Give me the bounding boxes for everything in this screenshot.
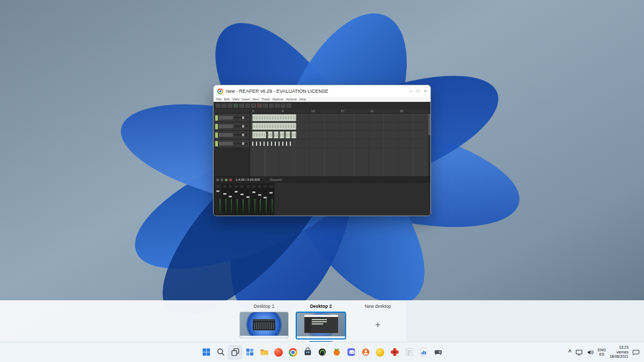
network-icon[interactable] <box>575 349 583 356</box>
mixer-strip-9[interactable] <box>262 184 268 215</box>
timeline-ruler[interactable]: 5913172125 <box>250 109 430 114</box>
menu-item-view[interactable]: View <box>232 98 239 101</box>
fl-studio-app-button[interactable] <box>330 345 343 359</box>
flower-app-button[interactable] <box>387 345 401 359</box>
toolbar-button-8[interactable] <box>257 104 262 108</box>
menu-item-file[interactable]: File <box>216 98 222 101</box>
browser-app-button[interactable] <box>272 345 286 359</box>
track-volume-fader[interactable] <box>234 143 248 144</box>
media-item[interactable] <box>286 131 290 138</box>
track-lane-4[interactable] <box>250 139 428 148</box>
tray-chevron-icon[interactable]: ^ <box>568 350 572 355</box>
mixer-strip-8[interactable] <box>257 184 262 215</box>
track-name[interactable] <box>219 142 233 145</box>
track-lane-1[interactable] <box>250 114 428 122</box>
track-volume-fader[interactable] <box>234 125 248 127</box>
track-row-3[interactable] <box>214 131 250 139</box>
store-app-button[interactable] <box>301 345 314 359</box>
desktop-1-group[interactable]: Desktop 1 <box>238 304 290 338</box>
track-name[interactable] <box>219 116 233 120</box>
media-item[interactable] <box>274 131 279 138</box>
file-explorer-button[interactable] <box>257 345 271 359</box>
track-volume-fader[interactable] <box>234 117 248 119</box>
new-desktop-label[interactable]: New desktop <box>364 304 391 309</box>
track-name[interactable] <box>219 124 233 128</box>
notifications-icon[interactable] <box>632 349 640 356</box>
toolbar-button-9[interactable] <box>263 104 268 108</box>
contacts-app-button[interactable] <box>358 345 372 359</box>
track-row-2[interactable] <box>214 122 250 131</box>
search-button[interactable] <box>214 345 228 359</box>
menu-item-edit[interactable]: Edit <box>224 98 230 101</box>
clock[interactable]: 13:23 viernes 18/06/2021 <box>610 345 628 359</box>
play-button[interactable] <box>225 179 228 181</box>
reaper-titlebar[interactable]: new - REAPER v6.29 - EVALUATION LICENSE … <box>214 85 430 97</box>
track-lane-2[interactable] <box>250 122 428 131</box>
media-item[interactable] <box>280 131 284 138</box>
reaper-app-button[interactable] <box>315 345 329 359</box>
toolbar-button-7[interactable] <box>251 104 256 108</box>
widgets-button[interactable] <box>243 345 257 359</box>
media-item[interactable] <box>252 131 266 138</box>
menu-item-actions[interactable]: Actions <box>286 98 297 101</box>
rewind-button[interactable] <box>216 179 219 181</box>
toolbar-button-6[interactable] <box>245 104 250 108</box>
chrome-app-button[interactable] <box>286 345 300 359</box>
start-button[interactable] <box>199 345 213 359</box>
mixer-strip-3[interactable] <box>228 184 233 215</box>
close-button[interactable]: × <box>424 89 427 93</box>
notepad-app-button[interactable] <box>402 345 416 359</box>
mixer-strip-10[interactable] <box>268 184 274 215</box>
menu-item-help[interactable]: Help <box>299 98 306 101</box>
mixer-strip-7[interactable] <box>251 184 257 215</box>
toolbar-button-3[interactable] <box>228 104 232 108</box>
toolbar-button-5[interactable] <box>239 104 244 108</box>
vertical-scrollbar[interactable] <box>428 114 430 176</box>
projector-app-button[interactable] <box>431 345 445 359</box>
track-row-1[interactable] <box>214 114 250 122</box>
menu-item-insert[interactable]: Insert <box>242 98 250 101</box>
desktop-2-group[interactable]: Desktop 2 <box>295 304 347 343</box>
new-desktop-group[interactable]: New desktop + <box>352 304 404 338</box>
maximize-button[interactable]: □ <box>416 89 419 93</box>
chart-app-button[interactable] <box>416 345 430 359</box>
toolbar-button-2[interactable] <box>222 104 226 108</box>
stop-button[interactable] <box>221 179 223 181</box>
mixer-strip-4[interactable] <box>233 184 239 215</box>
new-desktop-button[interactable]: + <box>353 312 402 338</box>
media-item[interactable] <box>252 114 296 121</box>
mixer-strip-2[interactable] <box>222 184 228 215</box>
aimp-app-button[interactable] <box>373 345 387 359</box>
track-name[interactable] <box>219 133 233 137</box>
volume-icon[interactable] <box>587 349 594 356</box>
minimize-button[interactable]: – <box>409 89 412 93</box>
reaper-window[interactable]: new - REAPER v6.29 - EVALUATION LICENSE … <box>213 85 431 216</box>
menu-item-options[interactable]: Options <box>272 98 283 101</box>
discord-app-button[interactable] <box>344 345 358 359</box>
toolbar-button-13[interactable] <box>287 104 291 108</box>
track-volume-fader[interactable] <box>234 134 248 136</box>
desktop-1-thumbnail[interactable] <box>239 312 289 338</box>
desktop-2-label[interactable]: Desktop 2 <box>310 304 332 309</box>
media-item[interactable] <box>252 142 292 146</box>
track-row-4[interactable] <box>214 139 250 148</box>
media-item[interactable] <box>252 123 296 130</box>
record-button[interactable] <box>229 179 232 181</box>
arrange-view[interactable]: 5913172125 <box>250 109 430 176</box>
language-indicator[interactable]: ENG ES <box>598 348 606 357</box>
menu-item-track[interactable]: Track <box>262 98 270 101</box>
toolbar-button-11[interactable] <box>275 104 280 108</box>
mixer-strip-5[interactable] <box>239 184 245 215</box>
media-item[interactable] <box>268 131 273 138</box>
task-view-button[interactable] <box>228 345 242 359</box>
mixer-strip-6[interactable] <box>245 184 251 215</box>
desktop-2-thumbnail[interactable] <box>296 312 346 339</box>
menu-item-item[interactable]: Item <box>253 98 259 101</box>
toolbar-button-10[interactable] <box>269 104 274 108</box>
desktop-1-label[interactable]: Desktop 1 <box>254 304 274 309</box>
toolbar-button-12[interactable] <box>281 104 286 108</box>
track-lane-3[interactable] <box>250 131 428 139</box>
toolbar-button-4[interactable] <box>233 104 238 108</box>
toolbar-button-1[interactable] <box>216 104 221 108</box>
mixer-strip-1[interactable] <box>215 184 222 215</box>
